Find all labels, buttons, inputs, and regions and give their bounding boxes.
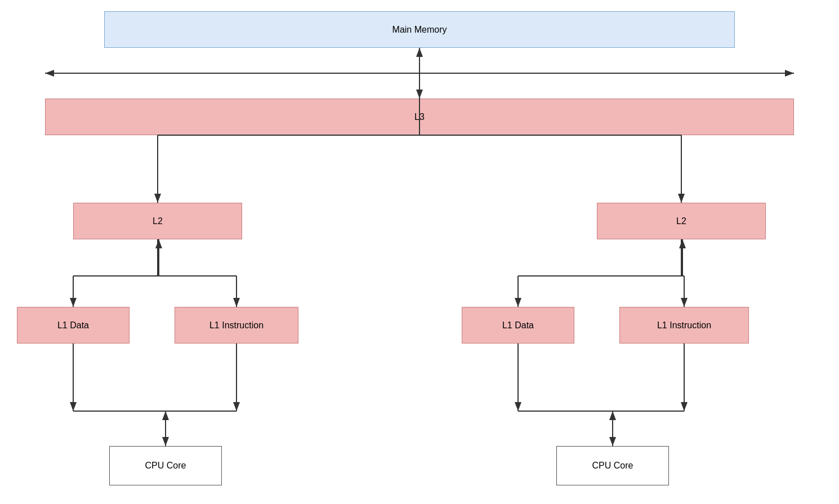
cpu-core-right-label: CPU Core [592, 461, 633, 471]
l3-label: L3 [414, 112, 425, 122]
cpu-core-right-box: CPU Core [556, 446, 669, 485]
diagram: Main Memory L3 L2 L2 L1 Data L1 Instruct… [0, 0, 839, 504]
main-memory-label: Main Memory [392, 25, 447, 35]
l2-left-box: L2 [73, 203, 242, 239]
main-memory-box: Main Memory [104, 11, 735, 48]
cpu-core-left-box: CPU Core [109, 446, 222, 485]
l1-data-left-box: L1 Data [17, 307, 130, 344]
l1-instruction-left-label: L1 Instruction [209, 320, 264, 331]
l2-right-label: L2 [676, 216, 686, 226]
l2-right-box: L2 [597, 203, 766, 239]
l1-data-right-label: L1 Data [502, 320, 534, 331]
l1-data-left-label: L1 Data [57, 320, 89, 331]
cpu-core-left-label: CPU Core [145, 461, 186, 471]
l2-left-label: L2 [153, 216, 163, 226]
l3-box: L3 [45, 99, 794, 135]
l1-instruction-right-box: L1 Instruction [619, 307, 749, 344]
arrows-overlay [0, 0, 839, 504]
l1-data-right-box: L1 Data [462, 307, 574, 344]
l1-instruction-left-box: L1 Instruction [175, 307, 298, 344]
l1-instruction-right-label: L1 Instruction [657, 320, 711, 331]
